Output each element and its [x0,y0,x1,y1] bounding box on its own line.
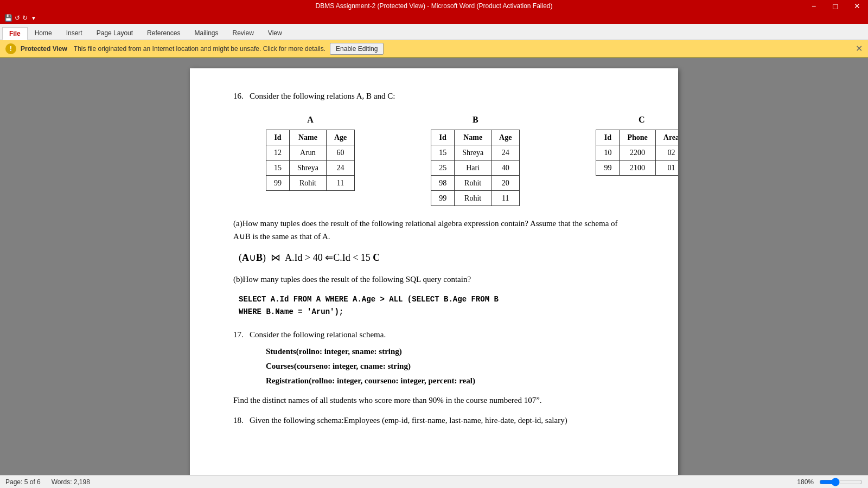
sql-block: SELECT A.Id FROM A WHERE A.Age > ALL (SE… [239,293,635,319]
title-bar: DBMS Assignment-2 (Protected View) - Mic… [0,0,868,12]
table-c-col-area: Area [655,130,678,145]
table-b-wrapper: B Id Name Age 15Shreya24 [431,113,520,206]
protected-view-bar: ! Protected View This file originated fr… [0,40,868,57]
tab-review[interactable]: Review [225,27,260,40]
table-a-col-id: Id [266,130,290,145]
q16-part-b-text: (b)How many tuples does the result of th… [233,273,635,286]
relations-section: A Id Name Age 12Arun60 [233,113,635,206]
schema-students: Students(rollno: integer, sname: string) [266,344,635,359]
table-row: 15Shreya24 [431,145,520,160]
schema-registration: Registration(rollno: integer, courseno: … [266,374,635,388]
table-row: 10220002 [596,145,678,160]
word-count: Words: 2,198 [52,478,90,486]
protected-label: Protected View [21,45,67,53]
table-b-col-id: Id [431,130,455,145]
protected-message: This file originated from an Internet lo… [74,45,326,53]
table-b-title: B [473,113,478,126]
table-c-col-id: Id [596,130,620,145]
table-row: 12Arun60 [266,145,355,160]
table-row: 15Shreya24 [266,160,355,175]
q18-header: 18. Given the following schema:Employees… [233,414,635,427]
tab-view[interactable]: View [261,27,289,40]
document-page: 16. Consider the following relations A, … [190,68,678,475]
zoom-level: 180% [797,478,814,486]
close-protected-bar-button[interactable]: ✕ [856,43,863,54]
q17-header: 17. Consider the following relational sc… [233,329,635,341]
q16-header: 16. Consider the following relations A, … [233,90,635,102]
table-row: 25Hari40 [431,160,520,175]
q17-number: 17. [233,330,244,339]
q16-text: Consider the following relations A, B an… [250,92,395,100]
q16-number: 16. [233,92,244,100]
table-a-title: A [307,113,314,126]
table-row: 98Rohit20 [431,175,520,190]
tab-file[interactable]: File [2,27,28,40]
formula-block: (A∪B) ⋈ A.Id > 40 ⇐C.Id < 15 C [239,251,635,265]
schema-courses: Courses(courseno: integer, cname: string… [266,359,635,374]
schema-block: Students(rollno: integer, sname: string)… [266,344,635,388]
q18-text: Given the following schema:Employees (em… [250,416,567,425]
window-controls: − ◻ ✕ [803,0,868,12]
table-c-wrapper: C Id Phone Area 10220002 [596,113,678,176]
quick-access-toolbar: 💾 ↺ ↻ ▼ [0,12,868,24]
sql-line-1: SELECT A.Id FROM A WHERE A.Age > ALL (SE… [239,293,635,306]
table-a-col-age: Age [326,130,354,145]
q17-query-text: Find the distinct names of all students … [233,394,635,407]
table-c: Id Phone Area 10220002 99210001 [596,130,678,176]
table-row: 99210001 [596,160,678,175]
title-text: DBMS Assignment-2 (Protected View) - Mic… [315,2,552,10]
table-b: Id Name Age 15Shreya24 25Hari40 [431,130,520,206]
table-row: 99Rohit11 [266,175,355,190]
tab-mailings[interactable]: Mailings [187,27,225,40]
table-c-title: C [639,113,645,126]
q18-number: 18. [233,416,244,425]
ribbon-tabs: File Home Insert Page Layout References … [0,24,868,40]
sql-line-2: WHERE B.Name = 'Arun'); [239,306,635,319]
table-b-col-name: Name [455,130,492,145]
page-indicator: Page: 5 of 6 [5,478,41,486]
tab-page-layout[interactable]: Page Layout [90,27,140,40]
status-bar: Page: 5 of 6 Words: 2,198 180% [0,475,868,488]
close-button[interactable]: ✕ [846,0,868,12]
q16-part-a-text: (a)How many tuples does the result of th… [233,217,635,243]
document-container: 16. Consider the following relations A, … [0,57,868,475]
table-row: 99Rohit11 [431,190,520,206]
tab-references[interactable]: References [140,27,187,40]
table-c-col-phone: Phone [620,130,655,145]
table-a-wrapper: A Id Name Age 12Arun60 [266,113,355,191]
restore-button[interactable]: ◻ [825,0,846,12]
table-b-col-age: Age [492,130,520,145]
tab-insert[interactable]: Insert [59,27,90,40]
tab-home[interactable]: Home [28,27,59,40]
table-a: Id Name Age 12Arun60 15Shreya24 [266,130,355,191]
minimize-button[interactable]: − [803,0,825,12]
zoom-slider[interactable] [819,478,863,486]
table-a-col-name: Name [290,130,327,145]
enable-editing-button[interactable]: Enable Editing [330,43,384,55]
q17-text: Consider the following relational schema… [250,330,386,339]
status-right: 180% [797,478,863,486]
protected-icon: ! [5,43,16,54]
